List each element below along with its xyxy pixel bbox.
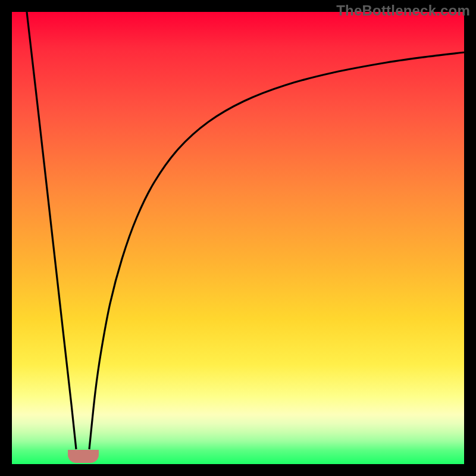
curve-layer [12,12,464,464]
watermark-text: TheBottleneck.com [336,2,470,19]
chart-frame: TheBottleneck.com [0,0,476,476]
curve-right-segment [89,52,464,449]
plot-area [12,12,464,464]
minimum-marker [68,450,99,463]
curve-left-segment [27,12,76,449]
